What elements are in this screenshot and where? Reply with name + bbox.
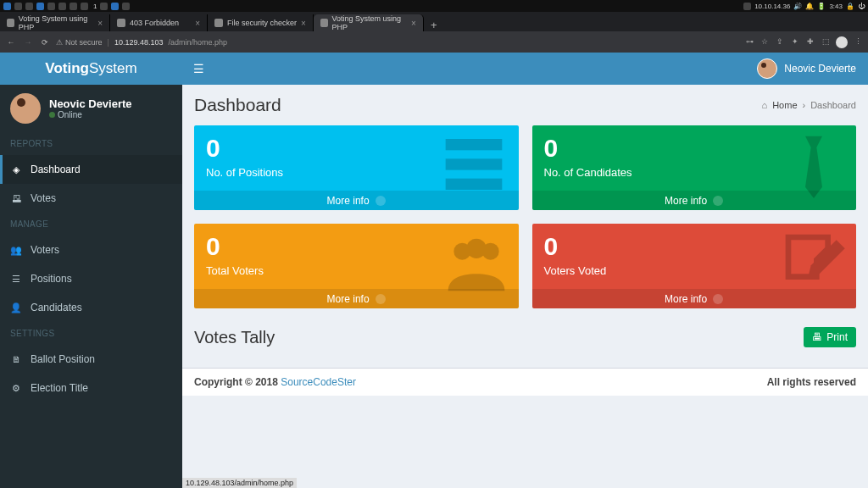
close-icon[interactable]: × <box>301 19 306 28</box>
favicon-icon <box>117 19 125 27</box>
browser-tab[interactable]: Voting System using PHP× <box>0 14 110 31</box>
arrow-circle-right-icon <box>713 196 723 206</box>
section-title: Votes Tally <box>194 328 275 347</box>
app-footer: Copyright © 2018 SourceCodeSter All righ… <box>182 368 868 396</box>
sidebar: Neovic Devierte Online REPORTS ◈Dashboar… <box>0 85 182 488</box>
back-button[interactable]: ← <box>5 38 17 47</box>
svg-rect-0 <box>445 139 502 150</box>
os-app-icon[interactable] <box>36 3 44 10</box>
gear-icon: ⚙ <box>10 383 22 394</box>
avatar <box>10 93 41 124</box>
key-icon[interactable]: ⊶ <box>744 37 754 47</box>
sidebar-item-positions[interactable]: ☰Positions <box>0 264 182 293</box>
sidebar-user-status: Online <box>49 110 132 119</box>
nav-section-header: REPORTS <box>0 132 182 155</box>
header-user-menu[interactable]: Neovic Devierte <box>757 58 868 79</box>
breadcrumb-current: Dashboard <box>810 100 856 110</box>
lock-icon[interactable]: 🔒 <box>846 3 854 10</box>
browser-status-link: 10.129.48.103/admin/home.php <box>182 478 297 488</box>
url-path[interactable]: /admin/home.php <box>168 38 227 47</box>
reload-button[interactable]: ⟳ <box>39 38 51 47</box>
kebab-menu-icon[interactable]: ⋮ <box>853 37 863 47</box>
os-app-icon[interactable] <box>70 3 77 10</box>
file-icon: 🗎 <box>10 354 22 364</box>
os-app-icon[interactable] <box>100 3 108 10</box>
stat-box-positions: 0 No. of Positions More info <box>194 125 519 210</box>
tab-label: File security checker <box>227 19 297 27</box>
svg-point-5 <box>466 239 486 258</box>
nav-section-header: MANAGE <box>0 213 182 236</box>
star-icon[interactable]: ☆ <box>760 37 770 47</box>
sidebar-toggle-button[interactable]: ☰ <box>182 62 214 75</box>
sidebar-item-ballot[interactable]: 🗎Ballot Position <box>0 345 182 374</box>
nav-section-header: SETTINGS <box>0 322 182 345</box>
sidebar-item-votes[interactable]: 🗳Votes <box>0 184 182 213</box>
nav-label: Voters <box>31 244 59 256</box>
os-app-icon[interactable] <box>3 3 11 10</box>
os-tray-icon[interactable] <box>743 3 751 10</box>
favicon-icon <box>320 19 328 27</box>
sidebar-item-election-title[interactable]: ⚙Election Title <box>0 374 182 402</box>
online-dot-icon <box>49 112 55 118</box>
url-host[interactable]: 10.129.48.103 <box>114 38 164 47</box>
breadcrumb-home[interactable]: Home <box>772 100 797 110</box>
app-header: VotingSystem ☰ Neovic Devierte <box>0 53 868 85</box>
footer-link[interactable]: SourceCodeSter <box>281 376 356 388</box>
sidebar-item-voters[interactable]: 👥Voters <box>0 236 182 264</box>
os-ip: 10.10.14.36 <box>754 3 790 10</box>
os-app-icon[interactable] <box>58 3 66 10</box>
arrow-circle-right-icon <box>376 294 386 304</box>
security-indicator[interactable]: ⚠ Not secure <box>56 38 103 47</box>
browser-tab[interactable]: Voting System using PHP× <box>314 14 424 31</box>
close-icon[interactable]: × <box>97 19 103 28</box>
share-icon[interactable]: ⇪ <box>775 37 785 47</box>
print-icon: 🖶 <box>812 331 822 343</box>
app-logo[interactable]: VotingSystem <box>0 60 182 77</box>
power-icon[interactable]: ⏻ <box>858 3 865 10</box>
close-icon[interactable]: × <box>411 19 416 28</box>
os-app-icon[interactable] <box>25 3 33 10</box>
page-title: Dashboard <box>194 95 281 115</box>
edit-square-icon <box>780 229 848 300</box>
home-icon: ⌂ <box>762 100 768 110</box>
os-app-icon[interactable] <box>111 3 119 10</box>
dashboard-icon: ◈ <box>10 164 22 175</box>
volume-icon[interactable]: 🔊 <box>793 3 802 10</box>
chevron-right-icon: › <box>803 100 806 110</box>
new-tab-button[interactable]: + <box>424 19 444 31</box>
browser-profile-avatar[interactable] <box>836 36 848 48</box>
sidebar-item-dashboard[interactable]: ◈Dashboard <box>0 155 182 184</box>
nav-label: Positions <box>31 273 72 285</box>
users-group-icon <box>442 229 510 300</box>
copyright-text: Copyright © 2018 <box>194 376 281 388</box>
battery-icon[interactable]: 🔋 <box>817 3 826 10</box>
tie-icon <box>780 130 848 202</box>
extension-icon[interactable]: ⬚ <box>821 37 831 47</box>
users-icon: 👥 <box>10 245 22 256</box>
favicon-icon <box>214 19 223 27</box>
bell-icon[interactable]: 🔔 <box>805 3 814 10</box>
sidebar-item-candidates[interactable]: 👤Candidates <box>0 293 182 322</box>
svg-rect-2 <box>445 179 502 190</box>
browser-tab[interactable]: File security checker× <box>208 14 314 31</box>
security-label: Not secure <box>65 38 103 47</box>
nav-label: Dashboard <box>31 164 81 175</box>
browser-tab[interactable]: 403 Forbidden× <box>110 14 208 31</box>
os-app-icon[interactable] <box>14 3 22 10</box>
os-app-icon[interactable] <box>81 3 88 10</box>
extension-icon[interactable]: ✚ <box>805 37 815 47</box>
os-app-icon[interactable] <box>47 3 55 10</box>
os-app-icon[interactable] <box>122 3 130 10</box>
sidebar-user-panel: Neovic Devierte Online <box>0 85 182 132</box>
sidebar-username: Neovic Devierte <box>49 97 132 110</box>
tab-label: 403 Forbidden <box>130 19 179 27</box>
rights-text: All rights reserved <box>767 376 856 388</box>
forward-button[interactable]: → <box>22 38 34 47</box>
print-button[interactable]: 🖶Print <box>804 327 856 347</box>
os-taskbar: 1 10.10.14.36 🔊 🔔 🔋 3:43 🔒 ⏻ <box>0 0 868 12</box>
tab-label: Voting System using PHP <box>19 14 94 31</box>
stat-box-voted: 0 Voters Voted More info <box>532 224 857 308</box>
close-icon[interactable]: × <box>195 19 200 28</box>
bookmark-icon[interactable]: ✦ <box>790 37 800 47</box>
main-content: Dashboard ⌂ Home › Dashboard 0 No. of Po… <box>182 85 868 488</box>
